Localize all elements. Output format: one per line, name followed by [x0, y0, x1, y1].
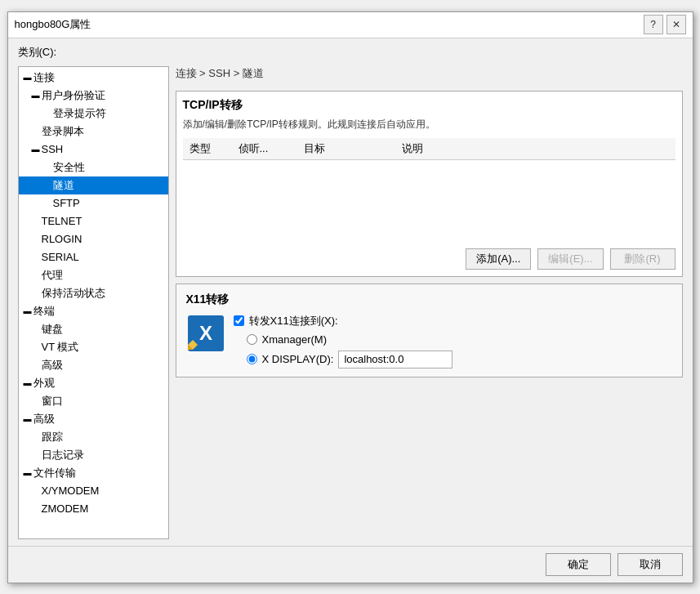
label-yonghu: 用户身份验证: [42, 87, 165, 104]
tree-item-denglu-tishi[interactable]: 登录提示符: [19, 105, 168, 123]
title-buttons: ? ✕: [644, 15, 686, 34]
tree-item-rlogin[interactable]: RLOGIN: [19, 230, 168, 248]
tree-item-zhongduan[interactable]: ▬ 终端: [19, 302, 168, 320]
tree-item-waiguan[interactable]: ▬ 外观: [19, 374, 168, 392]
tree-item-genzong[interactable]: 跟踪: [19, 428, 168, 446]
xmanager-radio[interactable]: [247, 334, 257, 345]
x11-icon: X: [186, 314, 225, 353]
tree-item-wenjian[interactable]: ▬ 文件传输: [19, 464, 168, 482]
label-denglu-jiaoben: 登录脚本: [42, 123, 165, 140]
tree-item-xy[interactable]: X/YMODEM: [19, 482, 168, 500]
tree-item-daili[interactable]: 代理: [19, 266, 168, 284]
main-content: ▬ 连接 ▬ 用户身份验证 登录提示符 登录脚本 ▬ SSH: [18, 66, 683, 539]
dialog-body: 类别(C): ▬ 连接 ▬ 用户身份验证 登录提示符: [8, 38, 693, 546]
label-zmodem: ZMODEM: [42, 501, 165, 517]
label-ssh: SSH: [42, 141, 165, 158]
label-genzong: 跟踪: [42, 429, 165, 445]
tree-item-ssh[interactable]: ▬ SSH: [19, 141, 168, 159]
label-xy: X/YMODEM: [42, 483, 165, 499]
expander-zhongduan: ▬: [22, 303, 33, 319]
label-chuangkou: 窗口: [42, 393, 165, 409]
label-serial: SERIAL: [42, 249, 165, 266]
right-panel: 连接 > SSH > 隧道 TCP/IP转移 添加/编辑/删除TCP/IP转移规…: [176, 66, 683, 539]
label-vt-moshi: VT 模式: [42, 339, 165, 355]
expander-lianjiie: ▬: [22, 69, 33, 86]
tree-item-baochi[interactable]: 保持活动状态: [19, 284, 168, 302]
label-anquanxing: 安全性: [53, 159, 165, 176]
tree-item-anquanxing[interactable]: 安全性: [19, 159, 168, 176]
dialog-title: hongbo80G属性: [15, 17, 91, 32]
expander-wenjian: ▬: [22, 465, 33, 481]
x11-controls: 转发X11连接到(X): Xmanager(M) X DISPLAY(D):: [234, 314, 453, 368]
tree-item-jianpan[interactable]: 键盘: [19, 320, 168, 338]
dialog-footer: 确定 取消: [8, 546, 693, 583]
label-lianjiie: 连接: [33, 69, 165, 86]
tree-item-lianjiie[interactable]: ▬ 连接: [19, 69, 168, 87]
tree-item-vt-moshi[interactable]: VT 模式: [19, 338, 168, 356]
tree-item-gaoji-zhongduan[interactable]: 高级: [19, 356, 168, 374]
expander-ssh: ▬: [30, 141, 42, 158]
tcp-title: TCP/IP转移: [183, 98, 675, 113]
tree-item-huidao[interactable]: 隧道: [19, 176, 168, 194]
col-target: 目标: [301, 140, 399, 158]
label-huidao: 隧道: [53, 177, 165, 194]
edit-button[interactable]: 编辑(E)...: [537, 248, 603, 270]
label-gaoji-zhongduan: 高级: [42, 357, 165, 373]
svg-text:X: X: [198, 322, 212, 344]
xdisplay-label: X DISPLAY(D):: [262, 353, 334, 365]
breadcrumb: 连接 > SSH > 隧道: [176, 66, 683, 84]
table-body: [183, 160, 675, 242]
x11-svg: X: [186, 314, 225, 353]
x11-section: X11转移 X: [176, 284, 683, 377]
x11-checkbox-row: 转发X11连接到(X):: [234, 314, 453, 328]
x11-title: X11转移: [186, 293, 672, 307]
x11-checkbox-label: 转发X11连接到(X):: [249, 314, 338, 328]
tree-item-sftp[interactable]: SFTP: [19, 194, 168, 212]
tcp-desc: 添加/编辑/删除TCP/IP转移规则。此规则连接后自动应用。: [183, 118, 675, 132]
xdisplay-radio[interactable]: [247, 354, 257, 364]
label-jianpan: 键盘: [42, 321, 165, 337]
expander-yonghu: ▬: [30, 87, 42, 104]
table-actions: 添加(A)... 编辑(E)... 删除(R): [183, 248, 675, 270]
close-button[interactable]: ✕: [667, 15, 686, 34]
main-dialog: hongbo80G属性 ? ✕ 类别(C): ▬ 连接 ▬ 用户身份验证: [7, 11, 693, 583]
label-waiguan: 外观: [33, 375, 165, 391]
col-desc: 说明: [399, 140, 672, 158]
label-daili: 代理: [42, 267, 165, 284]
help-button[interactable]: ?: [644, 15, 663, 34]
label-zhongduan: 终端: [33, 303, 165, 319]
xdisplay-input[interactable]: [338, 351, 453, 368]
tree-item-telnet[interactable]: TELNET: [19, 212, 168, 230]
label-telnet: TELNET: [42, 213, 165, 230]
expander-gaoji-waiguan: ▬: [22, 411, 33, 427]
add-button[interactable]: 添加(A)...: [466, 248, 531, 270]
xmanager-label: Xmanager(M): [262, 333, 327, 346]
cancel-button[interactable]: 取消: [618, 553, 683, 576]
tree-item-chuangkou[interactable]: 窗口: [19, 392, 168, 410]
tcp-section: TCP/IP转移 添加/编辑/删除TCP/IP转移规则。此规则连接后自动应用。 …: [176, 91, 683, 277]
tree-item-gaoji-waiguan[interactable]: ▬ 高级: [19, 410, 168, 428]
label-sftp: SFTP: [53, 195, 165, 212]
ok-button[interactable]: 确定: [546, 553, 611, 576]
label-denglu-tishi: 登录提示符: [53, 105, 165, 122]
xdisplay-radio-row: X DISPLAY(D):: [234, 351, 453, 368]
delete-button[interactable]: 删除(R): [610, 248, 675, 270]
col-type: 类型: [186, 140, 235, 158]
x11-checkbox[interactable]: [234, 315, 244, 326]
category-label: 类别(C):: [18, 45, 683, 60]
tree-item-zmodem[interactable]: ZMODEM: [19, 500, 168, 518]
x11-body: X 转发X11连接到(X):: [186, 314, 672, 368]
tree-item-serial[interactable]: SERIAL: [19, 248, 168, 266]
label-wenjian: 文件传输: [33, 465, 165, 481]
tree-item-rizhi[interactable]: 日志记录: [19, 446, 168, 464]
tree-item-denglu-jiaoben[interactable]: 登录脚本: [19, 123, 168, 141]
tree-item-yonghu[interactable]: ▬ 用户身份验证: [19, 87, 168, 105]
table-header: 类型 侦听... 目标 说明: [183, 138, 675, 160]
label-rizhi: 日志记录: [42, 447, 165, 463]
label-baochi: 保持活动状态: [42, 285, 165, 301]
title-bar: hongbo80G属性 ? ✕: [8, 12, 693, 38]
col-listen: 侦听...: [235, 140, 301, 158]
xmanager-radio-row: Xmanager(M): [234, 333, 453, 346]
expander-waiguan: ▬: [22, 375, 33, 391]
label-rlogin: RLOGIN: [42, 231, 165, 248]
